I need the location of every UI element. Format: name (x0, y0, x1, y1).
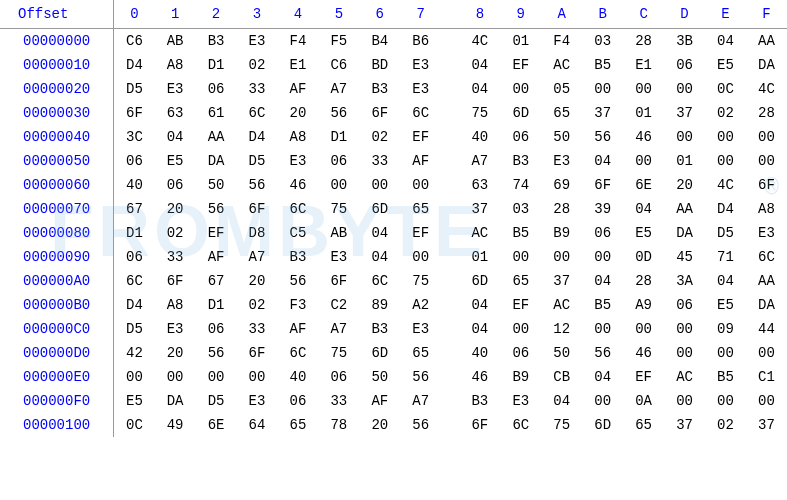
byte-cell[interactable]: 00 (746, 125, 787, 149)
byte-cell[interactable]: 00 (746, 341, 787, 365)
byte-cell[interactable]: AC (541, 53, 582, 77)
byte-cell[interactable]: 69 (541, 173, 582, 197)
byte-cell[interactable]: 6F (114, 101, 155, 125)
hex-row[interactable]: 000000306F63616C20566F6C756D653701370228 (0, 101, 787, 125)
byte-cell[interactable]: 04 (582, 149, 623, 173)
byte-cell[interactable]: EF (500, 293, 541, 317)
byte-cell[interactable]: 6F (746, 173, 787, 197)
byte-cell[interactable]: AA (746, 29, 787, 54)
byte-cell[interactable]: 50 (541, 125, 582, 149)
hex-row[interactable]: 0000005006E5DAD5E30633AFA7B3E30400010000 (0, 149, 787, 173)
byte-cell[interactable]: 89 (359, 293, 400, 317)
byte-cell[interactable]: CB (541, 365, 582, 389)
byte-cell[interactable]: A7 (318, 317, 359, 341)
byte-cell[interactable]: AF (196, 245, 237, 269)
byte-cell[interactable]: E5 (114, 389, 155, 413)
byte-cell[interactable]: EF (196, 221, 237, 245)
byte-cell[interactable]: 00 (400, 245, 441, 269)
byte-cell[interactable]: 20 (155, 341, 196, 365)
byte-cell[interactable]: 33 (237, 77, 278, 101)
byte-cell[interactable]: 05 (541, 77, 582, 101)
byte-cell[interactable]: D5 (705, 221, 746, 245)
byte-cell[interactable]: 50 (541, 341, 582, 365)
byte-cell[interactable]: A8 (155, 53, 196, 77)
byte-cell[interactable]: BD (359, 53, 400, 77)
byte-cell[interactable]: AC (664, 365, 705, 389)
byte-cell[interactable]: B5 (582, 53, 623, 77)
byte-cell[interactable]: 33 (155, 245, 196, 269)
byte-cell[interactable]: AA (746, 269, 787, 293)
byte-cell[interactable]: 40 (277, 365, 318, 389)
byte-cell[interactable]: 06 (582, 221, 623, 245)
byte-cell[interactable]: B4 (359, 29, 400, 54)
byte-cell[interactable]: E3 (746, 221, 787, 245)
byte-cell[interactable]: 37 (582, 101, 623, 125)
byte-cell[interactable]: D8 (237, 221, 278, 245)
byte-cell[interactable]: 46 (623, 125, 664, 149)
byte-cell[interactable]: 6F (237, 341, 278, 365)
byte-cell[interactable]: 56 (196, 341, 237, 365)
byte-cell[interactable]: 04 (459, 53, 500, 77)
byte-cell[interactable]: 6D (459, 269, 500, 293)
byte-cell[interactable]: 06 (155, 173, 196, 197)
byte-cell[interactable]: 04 (459, 317, 500, 341)
byte-cell[interactable]: 12 (541, 317, 582, 341)
byte-cell[interactable]: AB (155, 29, 196, 54)
byte-cell[interactable]: 49 (155, 413, 196, 437)
byte-cell[interactable]: D5 (114, 317, 155, 341)
byte-cell[interactable]: 00 (664, 389, 705, 413)
byte-cell[interactable]: 6E (623, 173, 664, 197)
byte-cell[interactable]: 04 (623, 197, 664, 221)
byte-cell[interactable]: 64 (237, 413, 278, 437)
byte-cell[interactable]: 6D (359, 341, 400, 365)
byte-cell[interactable]: 63 (155, 101, 196, 125)
byte-cell[interactable]: C5 (277, 221, 318, 245)
byte-cell[interactable]: 61 (196, 101, 237, 125)
byte-cell[interactable]: 67 (114, 197, 155, 221)
byte-cell[interactable]: 6F (155, 269, 196, 293)
byte-cell[interactable]: 28 (623, 269, 664, 293)
byte-cell[interactable]: 06 (114, 149, 155, 173)
byte-cell[interactable]: 06 (196, 77, 237, 101)
byte-cell[interactable]: 04 (459, 77, 500, 101)
byte-cell[interactable]: E3 (400, 53, 441, 77)
byte-cell[interactable]: 75 (400, 269, 441, 293)
hex-row[interactable]: 00000010D4A8D102E1C6BDE304EFACB5E106E5DA (0, 53, 787, 77)
byte-cell[interactable]: 6C (277, 197, 318, 221)
byte-cell[interactable]: 56 (582, 125, 623, 149)
byte-cell[interactable]: 00 (318, 173, 359, 197)
byte-cell[interactable]: 56 (318, 101, 359, 125)
byte-cell[interactable]: 56 (237, 173, 278, 197)
byte-cell[interactable]: AF (359, 389, 400, 413)
byte-cell[interactable]: 33 (318, 389, 359, 413)
byte-cell[interactable]: 06 (500, 125, 541, 149)
byte-cell[interactable]: 00 (623, 77, 664, 101)
byte-cell[interactable]: A8 (155, 293, 196, 317)
byte-cell[interactable]: 00 (582, 77, 623, 101)
byte-cell[interactable]: A7 (400, 389, 441, 413)
byte-cell[interactable]: 0C (705, 77, 746, 101)
byte-cell[interactable]: 6C (237, 101, 278, 125)
byte-cell[interactable]: AA (196, 125, 237, 149)
hex-row[interactable]: 0000006040065056460000006374696F6E204C6F (0, 173, 787, 197)
byte-cell[interactable]: 33 (237, 317, 278, 341)
byte-cell[interactable]: A8 (277, 125, 318, 149)
byte-cell[interactable]: 04 (705, 269, 746, 293)
byte-cell[interactable]: 01 (664, 149, 705, 173)
byte-cell[interactable]: E3 (155, 317, 196, 341)
byte-cell[interactable]: E5 (155, 149, 196, 173)
byte-cell[interactable]: 78 (318, 413, 359, 437)
byte-cell[interactable]: 00 (582, 317, 623, 341)
byte-cell[interactable]: 65 (500, 269, 541, 293)
byte-cell[interactable]: 4C (705, 173, 746, 197)
byte-cell[interactable]: 03 (582, 29, 623, 54)
byte-cell[interactable]: 46 (277, 173, 318, 197)
hex-row[interactable]: 00000000C6ABB3E3F4F5B4B64C01F403283B04AA (0, 29, 787, 54)
byte-cell[interactable]: 20 (155, 197, 196, 221)
byte-cell[interactable]: C6 (114, 29, 155, 54)
byte-cell[interactable]: 71 (705, 245, 746, 269)
byte-cell[interactable]: 00 (359, 173, 400, 197)
byte-cell[interactable]: C1 (746, 365, 787, 389)
byte-cell[interactable]: 46 (623, 341, 664, 365)
byte-cell[interactable]: 65 (400, 341, 441, 365)
